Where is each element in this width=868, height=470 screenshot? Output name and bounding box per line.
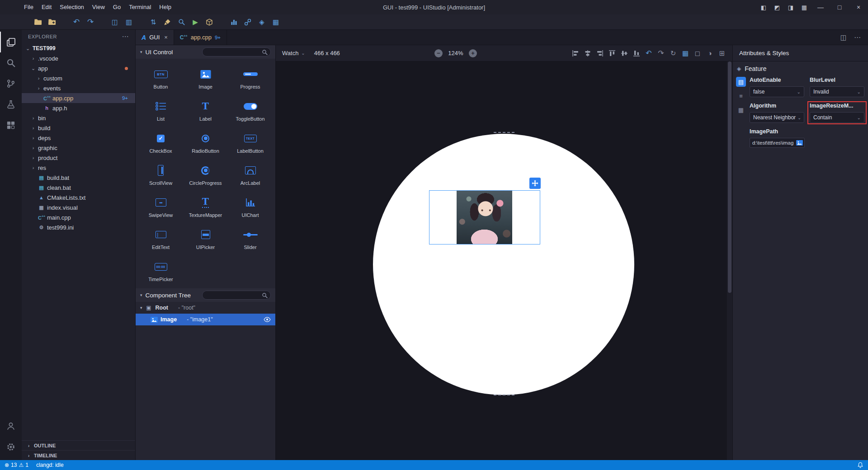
- source-control-icon[interactable]: [0, 73, 22, 94]
- layout-icon[interactable]: ▦: [797, 0, 811, 14]
- panel-left-icon[interactable]: ◧: [757, 0, 770, 14]
- style-tab-icon[interactable]: ▦: [736, 105, 746, 115]
- explorer-item-test999[interactable]: ⌄TEST999: [22, 43, 135, 53]
- metrics-chart-icon[interactable]: [229, 17, 238, 27]
- new-folder-icon[interactable]: [47, 17, 57, 27]
- align-middle-icon[interactable]: [620, 49, 628, 57]
- blurlevel-select[interactable]: Invalid⌄: [810, 86, 864, 97]
- sort-lines-icon[interactable]: ⇅: [149, 17, 158, 27]
- menu-edit[interactable]: Edit: [38, 0, 56, 14]
- scrollbar-thumb[interactable]: [728, 61, 731, 293]
- component-tree-header[interactable]: ▾ Component Tree: [136, 288, 275, 302]
- event-tab-icon[interactable]: ≡: [736, 91, 746, 101]
- explorer-item-custom[interactable]: ›custom: [22, 73, 135, 83]
- close-icon[interactable]: ×: [849, 0, 868, 14]
- control-togglebutton[interactable]: ToggleButton: [228, 95, 273, 122]
- canvas-scrollbar[interactable]: [727, 61, 732, 460]
- explorer-item-main.cpp[interactable]: C++main.cpp: [22, 212, 135, 222]
- undo-icon[interactable]: ↶: [72, 17, 81, 27]
- device-select[interactable]: Watch ⌄: [282, 50, 305, 56]
- control-radiobutton[interactable]: RadioButton: [183, 127, 228, 154]
- control-arclabel[interactable]: ArcLabel: [228, 160, 273, 186]
- ui-control-search-input[interactable]: [203, 48, 270, 56]
- browse-image-icon[interactable]: [796, 140, 803, 146]
- control-timepicker[interactable]: 00:00TimePicker: [138, 256, 183, 282]
- control-image[interactable]: Image: [183, 63, 228, 89]
- explorer-item-res[interactable]: ›res: [22, 163, 135, 173]
- shader-diamond-icon[interactable]: ◈: [257, 17, 266, 27]
- canvas-viewport[interactable]: [276, 61, 732, 460]
- redo-icon[interactable]: ↷: [657, 49, 665, 57]
- panel-bottom-icon[interactable]: ◩: [770, 0, 784, 14]
- explorer-item-build.bat[interactable]: ▤build.bat: [22, 173, 135, 183]
- search-icon[interactable]: [0, 52, 22, 73]
- format-brush-icon[interactable]: [163, 17, 172, 27]
- tab-app-cpp[interactable]: C++ app.cpp 9+: [174, 30, 227, 45]
- open-preview-icon[interactable]: ▥: [124, 17, 133, 27]
- minimize-icon[interactable]: —: [811, 0, 830, 14]
- autoenable-select[interactable]: false⌄: [750, 86, 804, 97]
- move-handle-icon[interactable]: [529, 178, 541, 189]
- explorer-item-bin[interactable]: ›bin: [22, 113, 135, 123]
- menu-file[interactable]: File: [20, 0, 38, 14]
- explorer-item-clean.bat[interactable]: ▤clean.bat: [22, 183, 135, 193]
- control-progress[interactable]: Progress: [228, 63, 273, 89]
- menu-go[interactable]: Go: [109, 0, 125, 14]
- explorer-item-events[interactable]: ›events: [22, 83, 135, 93]
- split-editor-icon[interactable]: ◫: [840, 33, 847, 42]
- notifications-bell-icon[interactable]: [857, 462, 863, 468]
- explorer-item-app.h[interactable]: happ.h: [22, 103, 135, 113]
- collapse-triangle-icon[interactable]: ▾: [140, 306, 142, 310]
- ui-control-header[interactable]: ▾ UI Control: [136, 45, 275, 59]
- align-top-icon[interactable]: [608, 49, 616, 57]
- tests-icon[interactable]: [0, 94, 22, 115]
- run-icon[interactable]: ▶: [191, 17, 200, 27]
- collapse-triangle-icon[interactable]: ▾: [140, 50, 142, 54]
- selection-outline[interactable]: [429, 190, 540, 244]
- menu-terminal[interactable]: Terminal: [125, 0, 155, 14]
- more-actions-icon[interactable]: ⋯: [854, 33, 861, 42]
- control-uichart[interactable]: UIChart: [228, 192, 273, 218]
- dashboard-grid-icon[interactable]: ▦: [271, 17, 280, 27]
- align-bottom-icon[interactable]: [632, 49, 641, 57]
- control-slider[interactable]: Slider: [228, 224, 273, 250]
- control-checkbox[interactable]: ✓CheckBox: [138, 127, 183, 154]
- align-left-icon[interactable]: [571, 49, 580, 57]
- component-image[interactable]: Image- "image1": [136, 314, 275, 325]
- deploy-package-icon[interactable]: [205, 17, 214, 27]
- control-button[interactable]: BTNButton: [138, 63, 183, 89]
- collapse-triangle-icon[interactable]: ▾: [140, 293, 142, 297]
- snap-grid-icon[interactable]: ▦: [681, 49, 689, 57]
- outline-section[interactable]: ›OUTLINE: [22, 440, 135, 450]
- menu-help[interactable]: Help: [155, 0, 175, 14]
- maximize-icon[interactable]: □: [830, 0, 849, 14]
- explorer-item-product[interactable]: ›product: [22, 153, 135, 163]
- control-scrollview[interactable]: ScrollView: [138, 160, 183, 186]
- files-icon[interactable]: [0, 32, 22, 52]
- undo-icon[interactable]: ↶: [645, 49, 653, 57]
- visibility-eye-icon[interactable]: [264, 317, 271, 322]
- control-texturemapper[interactable]: TTextureMapper: [183, 192, 228, 218]
- zoom-in-icon[interactable]: +: [469, 49, 477, 57]
- select-box-icon[interactable]: ◻: [693, 49, 702, 57]
- panel-right-icon[interactable]: ◨: [784, 0, 797, 14]
- pixel-grid-icon[interactable]: ⊞: [718, 49, 726, 57]
- contrast-icon[interactable]: ◑: [706, 49, 714, 57]
- explorer-item-test999.ini[interactable]: ⚙test999.ini: [22, 222, 135, 232]
- explorer-item-cmakelists.txt[interactable]: ▲CMakeLists.txt: [22, 193, 135, 202]
- menu-selection[interactable]: Selection: [56, 0, 88, 14]
- explorer-item-deps[interactable]: ›deps: [22, 133, 135, 143]
- component-root[interactable]: ▾▣Root- "root": [136, 302, 275, 314]
- close-tab-icon[interactable]: ×: [164, 34, 168, 41]
- timeline-section[interactable]: ›TIMELINE: [22, 450, 135, 460]
- align-center-horizontal-icon[interactable]: [584, 49, 592, 57]
- imagepath-field[interactable]: d:\test\ttt\res\imag: [750, 138, 805, 148]
- control-label[interactable]: TLabel: [183, 95, 228, 122]
- settings-icon[interactable]: [0, 437, 22, 457]
- account-icon[interactable]: [0, 416, 22, 437]
- control-edittext[interactable]: |EditText: [138, 224, 183, 250]
- extensions-icon[interactable]: [0, 115, 22, 136]
- explorer-item-app.cpp[interactable]: C++app.cpp9+: [22, 93, 135, 103]
- menu-view[interactable]: View: [88, 0, 109, 14]
- feature-tab-icon[interactable]: ▤: [736, 77, 746, 87]
